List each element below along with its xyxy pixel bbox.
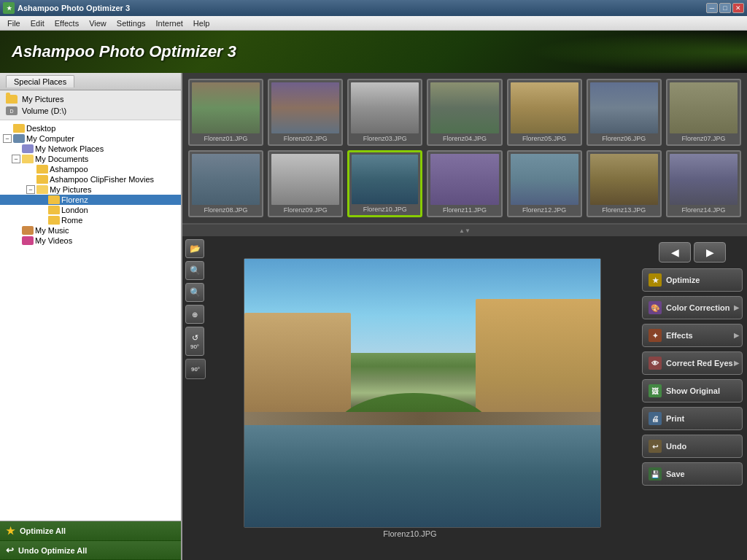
rotate-button[interactable]: ↺ 90° [185, 327, 204, 356]
zoom-out-button[interactable]: 🔍 [185, 283, 204, 302]
tree-item-network[interactable]: My Network Places [0, 144, 181, 154]
tree-label-clipfisher: Ashampoo ClipFisher Movies [50, 175, 154, 184]
video-icon [22, 236, 34, 245]
thumbnail-item-9[interactable]: Florenz09.JPG [268, 150, 343, 217]
prev-button[interactable]: ◀ [659, 242, 691, 262]
tree-label-rome: Rome [61, 216, 82, 225]
thumbnail-image [352, 155, 418, 204]
thumbnail-item-6[interactable]: Florenz06.JPG [587, 79, 662, 146]
left-panel: Special Places My Pictures D Volume (D:\… [0, 73, 182, 560]
folder-icon [13, 124, 25, 133]
tree-item-ashampoo[interactable]: Ashampoo [0, 164, 181, 174]
thumbnail-item-4[interactable]: Florenz04.JPG [427, 79, 502, 146]
thumbnail-item-5[interactable]: Florenz05.JPG [507, 79, 582, 146]
tree-toggle-computer[interactable]: − [3, 134, 12, 143]
preview-area: 📂 🔍 🔍 ⊕ ↺ 90° 90° [182, 236, 747, 560]
redeye-arrow: ▶ [734, 359, 739, 367]
tree-item-my-pictures-sub[interactable]: − My Pictures [0, 184, 181, 195]
tree-item-florenz[interactable]: Florenz [0, 195, 181, 205]
open-folder-button[interactable]: 📂 [185, 239, 204, 258]
menu-settings[interactable]: Settings [112, 18, 150, 29]
menu-effects[interactable]: Effects [50, 18, 83, 29]
folder-icon [6, 95, 18, 104]
tree-item-desktop[interactable]: Desktop [0, 123, 181, 133]
tree-toggle-my-pictures[interactable]: − [26, 185, 35, 194]
thumbnail-item-3[interactable]: Florenz03.JPG [347, 79, 422, 146]
save-button[interactable]: 💾 Save [642, 462, 743, 486]
thumbnail-label: Florenz03.JPG [363, 135, 407, 142]
preview-filename: Florenz10.JPG [383, 529, 436, 538]
tree-item-my-videos[interactable]: My Videos [0, 236, 181, 246]
folder-icon [48, 206, 60, 214]
right-controls-panel: ◀ ▶ ★ Optimize 🎨 Color Correction ▶ ✦ Ef… [638, 236, 747, 560]
quick-access: My Pictures D Volume (D:\) [0, 90, 181, 120]
thumbnail-item-14[interactable]: Florenz14.JPG [666, 150, 741, 217]
divider-bar[interactable] [182, 225, 747, 236]
effects-button[interactable]: ✦ Effects ▶ [642, 324, 743, 347]
tree-item-computer[interactable]: − My Computer [0, 133, 181, 144]
next-button[interactable]: ▶ [694, 242, 726, 262]
menu-view[interactable]: View [85, 18, 111, 29]
menu-internet[interactable]: Internet [152, 18, 187, 29]
optimize-button[interactable]: ★ Optimize [642, 268, 743, 292]
drive-icon: D [6, 106, 18, 115]
thumbnail-image [430, 154, 498, 205]
menu-help[interactable]: Help [189, 18, 214, 29]
thumbnail-image [670, 82, 738, 133]
color-correction-label: Color Correction [666, 303, 729, 312]
folder-icon [36, 175, 48, 184]
computer-icon [13, 134, 25, 143]
thumbnail-image [590, 82, 658, 133]
undo-button[interactable]: ↩ Undo [642, 435, 743, 458]
preview-tools: 📂 🔍 🔍 ⊕ ↺ 90° 90° [185, 239, 206, 379]
thumbnail-item-13[interactable]: Florenz13.JPG [587, 150, 662, 217]
maximize-button[interactable]: □ [719, 3, 731, 13]
show-original-button[interactable]: 🖼 Show Original [642, 379, 743, 402]
tree-item-london[interactable]: London [0, 205, 181, 215]
quick-volume-d[interactable]: D Volume (D:\) [0, 105, 181, 117]
tree-item-my-documents[interactable]: − My Documents [0, 154, 181, 164]
thumbnail-item-7[interactable]: Florenz07.JPG [666, 79, 741, 146]
thumbnail-item-2[interactable]: Florenz02.JPG [268, 79, 343, 146]
thumbnail-grid: Florenz01.JPG Florenz02.JPG Florenz03.JP… [182, 73, 747, 225]
folder-icon [48, 216, 60, 225]
window-controls: ─ □ ✕ [706, 3, 744, 13]
thumbnail-item-11[interactable]: Florenz11.JPG [427, 150, 502, 217]
zoom-fit-button[interactable]: ⊕ [185, 305, 204, 324]
folder-icon [48, 195, 60, 204]
thumbnail-image [670, 154, 738, 205]
color-correction-button[interactable]: 🎨 Color Correction ▶ [642, 296, 743, 319]
app-title-group: ★ Ashampoo Photo Optimizer 3 [3, 2, 130, 14]
thumbnail-item-8[interactable]: Florenz08.JPG [188, 150, 263, 217]
tree-item-clipfisher[interactable]: Ashampoo ClipFisher Movies [0, 174, 181, 184]
thumbnail-image [192, 82, 260, 133]
tab-special-places[interactable]: Special Places [6, 75, 74, 88]
menu-file[interactable]: File [3, 18, 25, 29]
tree-item-my-music[interactable]: My Music [0, 225, 181, 236]
show-original-label: Show Original [666, 386, 720, 395]
thumbnail-image [590, 154, 658, 205]
menu-edit[interactable]: Edit [26, 18, 49, 29]
tree-item-rome[interactable]: Rome [0, 215, 181, 225]
tree-toggle-my-documents[interactable]: − [12, 155, 20, 163]
tree-label-my-music: My Music [35, 226, 69, 235]
save-label: Save [666, 470, 685, 478]
undo-optimize-all-button[interactable]: ↩ Undo Optimize All [0, 541, 181, 560]
thumbnail-item-1[interactable]: Florenz01.JPG [188, 79, 263, 146]
minimize-button[interactable]: ─ [706, 3, 718, 13]
correct-red-eyes-button[interactable]: 👁 Correct Red Eyes ▶ [642, 351, 743, 375]
close-button[interactable]: ✕ [732, 3, 744, 13]
thumbnail-label: Florenz01.JPG [204, 135, 248, 142]
quick-my-pictures[interactable]: My Pictures [0, 93, 181, 105]
scene-river [244, 425, 600, 527]
rotate-degrees-label: 90° [190, 343, 199, 350]
print-button[interactable]: 🖨 Print [642, 407, 743, 430]
thumbnail-item-12[interactable]: Florenz12.JPG [507, 150, 582, 217]
undo-label: Undo [666, 442, 686, 451]
tree-label-desktop: Desktop [26, 124, 55, 133]
rotate-badge: 90° [185, 359, 206, 379]
optimize-all-button[interactable]: ★ Optimize All [0, 521, 181, 541]
thumbnail-item-10[interactable]: Florenz10.JPG [347, 150, 422, 217]
zoom-in-button[interactable]: 🔍 [185, 261, 204, 280]
star-icon: ★ [6, 525, 15, 537]
